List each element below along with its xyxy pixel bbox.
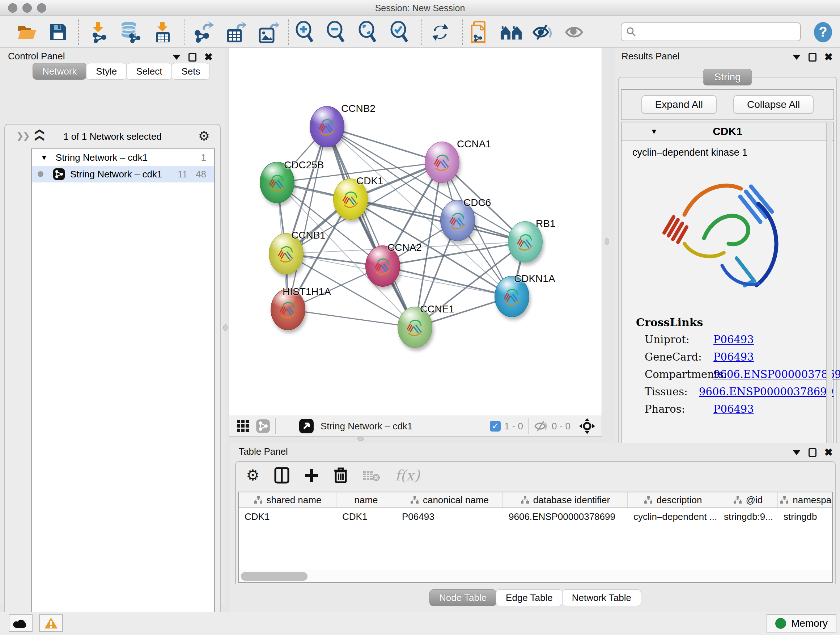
selected-checkbox-icon[interactable]: ✓ bbox=[490, 421, 501, 432]
tab-network[interactable]: Network bbox=[33, 63, 87, 80]
table-row[interactable]: CDK1CDK1P064939606.ENSP00000378699cyclin… bbox=[239, 508, 832, 525]
network-node-CCNB2[interactable] bbox=[309, 106, 344, 147]
results-scrollbar[interactable] bbox=[826, 123, 832, 455]
zoom-selected-icon[interactable] bbox=[388, 21, 411, 43]
import-network-database-icon[interactable] bbox=[118, 21, 141, 43]
open-session-icon[interactable] bbox=[16, 21, 38, 43]
splitter-handle[interactable] bbox=[357, 437, 364, 441]
network-canvas[interactable]: CCNB2CCNA1CDC25BCDK1CDC6RB1CCNB1CCNA2CDK… bbox=[229, 48, 602, 416]
table-panel-title: Table Panel bbox=[239, 446, 288, 457]
node-label-CCNA1: CCNA1 bbox=[457, 138, 491, 150]
column-header-namespace[interactable]: namespace bbox=[778, 492, 833, 508]
tab-edge-table[interactable]: Edge Table bbox=[496, 589, 562, 606]
scrollbar-thumb[interactable] bbox=[241, 572, 308, 581]
splitter-handle[interactable] bbox=[605, 238, 609, 245]
crosslink-uniprot-link[interactable]: P06493 bbox=[714, 333, 754, 346]
panel-close-icon[interactable]: ✖ bbox=[824, 53, 833, 62]
memory-button[interactable]: Memory bbox=[767, 614, 836, 632]
gene-collapse-icon[interactable]: ▼ bbox=[651, 127, 658, 136]
crosslink-tissues-link[interactable]: 9606.ENSP00000378699 bbox=[699, 386, 834, 398]
hide-selected-eye-icon[interactable] bbox=[532, 21, 554, 43]
import-network-file-icon[interactable] bbox=[87, 21, 109, 43]
delete-column-icon[interactable] bbox=[333, 467, 348, 484]
network-row-label: String Network – cdk1 bbox=[70, 169, 162, 180]
refresh-view-icon[interactable] bbox=[429, 21, 452, 43]
panel-close-icon[interactable]: ✖ bbox=[824, 448, 833, 457]
node-label-RB1: RB1 bbox=[536, 218, 555, 230]
column-header-description[interactable]: description bbox=[628, 492, 718, 508]
show-columns-icon[interactable] bbox=[274, 467, 289, 484]
current-network-title: String Network – cdk1 bbox=[321, 421, 412, 432]
delete-table-icon[interactable] bbox=[363, 469, 381, 482]
show-all-eye-icon[interactable] bbox=[564, 21, 586, 43]
protein-structure-image bbox=[650, 160, 805, 312]
add-column-icon[interactable] bbox=[304, 468, 319, 483]
column-header-shared-name[interactable]: shared name bbox=[239, 492, 336, 508]
cloud-status-button[interactable] bbox=[9, 614, 33, 632]
node-label-CDKN1A: CDKN1A bbox=[514, 273, 555, 285]
tab-node-table[interactable]: Node Table bbox=[429, 589, 496, 606]
crosslink-pharos-link[interactable]: P06493 bbox=[714, 403, 754, 415]
tab-sets[interactable]: Sets bbox=[172, 63, 210, 80]
column-header-database-identifier[interactable]: database identifier bbox=[503, 492, 628, 508]
tab-network-table[interactable]: Network Table bbox=[562, 589, 641, 606]
memory-label: Memory bbox=[791, 618, 828, 629]
toolbar-separator bbox=[422, 19, 422, 45]
tab-string[interactable]: String bbox=[703, 69, 752, 86]
column-header-name[interactable]: name bbox=[336, 492, 396, 508]
node-label-CCNB2: CCNB2 bbox=[341, 103, 376, 114]
network-list: ▼ String Network – cdk1 1 String Network… bbox=[31, 149, 215, 635]
memory-status-dot bbox=[775, 618, 786, 629]
node-label-CCNE1: CCNE1 bbox=[420, 303, 454, 315]
panel-float-icon[interactable] bbox=[188, 53, 196, 62]
crosslink-genecard-link[interactable]: P06493 bbox=[714, 351, 754, 363]
save-session-icon[interactable] bbox=[47, 21, 69, 43]
home-layout-icon[interactable] bbox=[500, 21, 523, 43]
string-documents-icon[interactable] bbox=[468, 21, 491, 43]
warnings-button[interactable] bbox=[39, 614, 63, 632]
zoom-in-icon[interactable] bbox=[294, 21, 316, 43]
table-horizontal-scrollbar[interactable] bbox=[239, 570, 832, 582]
grid-view-icon[interactable] bbox=[236, 419, 250, 433]
network-collection-row[interactable]: ▼ String Network – cdk1 1 bbox=[32, 149, 214, 166]
tab-style[interactable]: Style bbox=[86, 63, 126, 80]
search-input[interactable] bbox=[637, 27, 792, 38]
table-options-gear-icon[interactable]: ⚙ bbox=[246, 469, 260, 482]
gene-card-header[interactable]: ▼ CDK1 bbox=[622, 122, 834, 141]
network-node-CCNA1[interactable] bbox=[425, 141, 459, 183]
collapse-all-button[interactable]: Collapse All bbox=[733, 95, 813, 114]
network-options-gear-icon[interactable]: ⚙ bbox=[198, 130, 210, 143]
tab-select[interactable]: Select bbox=[126, 63, 172, 80]
panel-float-icon[interactable] bbox=[808, 53, 816, 62]
zoom-fit-icon[interactable] bbox=[357, 21, 379, 43]
splitter-handle[interactable] bbox=[223, 325, 227, 331]
import-table-file-icon[interactable] bbox=[151, 21, 174, 43]
function-builder-icon[interactable]: f(x) bbox=[395, 467, 420, 484]
panel-menu-icon[interactable] bbox=[793, 55, 801, 60]
collection-expand-icon[interactable]: ▼ bbox=[41, 154, 48, 162]
crosslink-compartments-link[interactable]: 9606.ENSP00000378699 bbox=[714, 368, 840, 380]
table-cell: stringdb bbox=[778, 508, 833, 525]
column-header-canonical-name[interactable]: canonical name bbox=[396, 492, 503, 508]
panel-menu-icon[interactable] bbox=[172, 55, 180, 60]
fit-selected-crosshair-icon[interactable] bbox=[578, 417, 596, 435]
warning-icon bbox=[44, 617, 58, 629]
cloud-icon bbox=[13, 618, 28, 629]
table-cell: 9606.ENSP00000378699 bbox=[503, 508, 628, 525]
export-image-icon[interactable] bbox=[257, 21, 280, 43]
export-network-icon[interactable] bbox=[193, 21, 215, 43]
export-table-icon[interactable] bbox=[225, 21, 248, 43]
expand-all-button[interactable]: Expand All bbox=[641, 95, 717, 114]
string-view-icon[interactable] bbox=[256, 419, 270, 433]
help-icon[interactable]: ? bbox=[812, 21, 834, 43]
panel-close-icon[interactable]: ✖ bbox=[204, 53, 213, 62]
node-label-CDK1: CDK1 bbox=[356, 175, 384, 187]
panel-float-icon[interactable] bbox=[808, 448, 816, 457]
panel-menu-icon[interactable] bbox=[793, 450, 801, 455]
birdseye-view-icon[interactable] bbox=[299, 418, 314, 434]
column-header--id[interactable]: @id bbox=[718, 492, 778, 508]
zoom-out-icon[interactable] bbox=[325, 21, 347, 43]
network-row[interactable]: String Network – cdk1 11 48 bbox=[32, 166, 214, 182]
hidden-counts: 0 - 0 bbox=[552, 421, 570, 432]
search-box[interactable] bbox=[621, 22, 801, 41]
